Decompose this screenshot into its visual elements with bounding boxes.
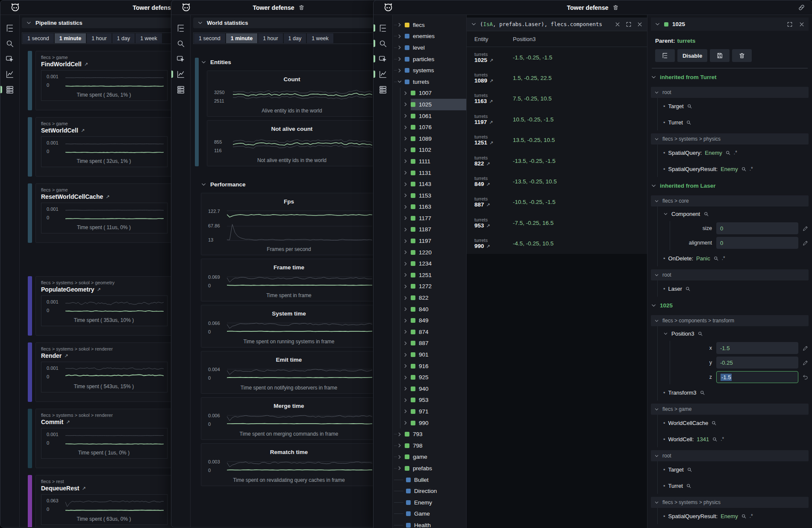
tree-node-Direction[interactable]: Direction: [393, 485, 466, 497]
expand-arrow-icon[interactable]: [403, 136, 408, 141]
tree-node-793[interactable]: 793: [393, 428, 466, 440]
tree-node-particles[interactable]: particles: [393, 53, 466, 65]
tree-node-1220[interactable]: 1220: [393, 247, 466, 258]
chevron-down-icon[interactable]: [655, 21, 660, 27]
expand-arrow-icon[interactable]: [397, 68, 402, 73]
parent-value-link[interactable]: turrets: [677, 38, 696, 44]
external-link-arrow[interactable]: ↗: [489, 99, 493, 104]
expand-arrow-icon[interactable]: [403, 261, 408, 266]
expand-arrow-icon[interactable]: [397, 34, 402, 39]
tab-1-week[interactable]: 1 week: [307, 33, 333, 43]
expand-arrow-icon[interactable]: [403, 386, 408, 391]
tree-node-1234[interactable]: 1234: [393, 258, 466, 269]
expand-arrow-icon[interactable]: [397, 432, 402, 437]
expand-arrow-icon[interactable]: [403, 409, 408, 414]
tree-node-1163[interactable]: 1163: [393, 201, 466, 213]
tab-1-hour[interactable]: 1 hour: [87, 33, 111, 43]
tree-node-game[interactable]: game: [393, 451, 466, 463]
tree-view-button[interactable]: [655, 49, 675, 62]
inspector-section-inherited-from-turret[interactable]: inherited from Turret: [651, 70, 809, 84]
magnifier-icon[interactable]: [712, 437, 718, 442]
link-icon[interactable]: [798, 4, 805, 11]
tree-node-925[interactable]: 925: [393, 372, 466, 383]
expand-arrow-icon[interactable]: [403, 284, 408, 289]
search-icon[interactable]: [176, 39, 185, 48]
magnifier-icon[interactable]: [686, 483, 691, 489]
system-stats-card[interactable]: flecs > systems > sokol > geometryPopula…: [35, 276, 173, 336]
magnifier-icon[interactable]: [711, 420, 717, 426]
stats-icon[interactable]: [176, 85, 185, 94]
expand-arrow-icon[interactable]: [403, 329, 408, 334]
external-link-arrow[interactable]: ↗: [486, 223, 490, 229]
tab-1-week[interactable]: 1 week: [135, 33, 162, 43]
tree-node-Enemy[interactable]: Enemy: [393, 497, 466, 508]
tree-node-916[interactable]: 916: [393, 360, 466, 372]
magnifier-icon[interactable]: [697, 331, 703, 336]
component-item-spatialqueryresult[interactable]: •SpatialQueryResult:Enemy.*: [663, 161, 809, 177]
tree-icon[interactable]: [378, 24, 388, 33]
tree-node-1111[interactable]: 1111: [393, 156, 466, 167]
component-path-bar[interactable]: flecs > systems > physics: [651, 497, 809, 508]
titlebar[interactable]: Tower defense: [171, 0, 386, 15]
component-item-turret[interactable]: •Turret: [663, 114, 809, 130]
tree-node-1089[interactable]: 1089: [393, 133, 466, 145]
query-result-row[interactable]: turrets990↗-4.5, -0.25, 10.5: [467, 233, 647, 254]
tree-node-Bullet[interactable]: Bullet: [393, 474, 466, 486]
magnifier-icon[interactable]: [741, 166, 747, 172]
chevron-down-icon[interactable]: [471, 21, 477, 27]
query-result-row[interactable]: turrets1089↗1.5, -0.25, 22.5: [467, 68, 647, 88]
component-item-ondelete[interactable]: •OnDelete:Panic.*: [663, 250, 809, 266]
system-stats-card[interactable]: flecs > gameResetWorldCellCache↗0.0010Ti…: [35, 183, 173, 243]
magnifier-icon[interactable]: [703, 211, 709, 217]
section-header[interactable]: Performance: [201, 179, 386, 189]
chevron-down-icon[interactable]: [663, 212, 668, 216]
tab-1-minute[interactable]: 1 minute: [226, 33, 257, 43]
tree-node-1025[interactable]: 1025: [393, 99, 466, 110]
pencil-icon[interactable]: [802, 240, 809, 246]
tree-node-1061[interactable]: 1061: [393, 110, 466, 122]
trash-icon[interactable]: [612, 4, 619, 11]
disable-button[interactable]: Disable: [677, 49, 707, 62]
expand-arrow-icon[interactable]: [403, 272, 408, 277]
stat-card[interactable]: Merge time0.0060Time spent on merging co…: [201, 397, 377, 440]
expand-arrow-icon[interactable]: [397, 45, 402, 50]
component-item-turret[interactable]: •Turret: [663, 478, 809, 494]
panel-header[interactable]: World statistics: [193, 18, 386, 28]
tree-node-840[interactable]: 840: [393, 304, 466, 315]
expand-arrow-icon[interactable]: [403, 352, 408, 357]
component-path-bar[interactable]: flecs > components > transform: [651, 315, 809, 326]
query-result-row[interactable]: turrets1025↗-1.5, -0.25, -1.5: [467, 47, 647, 68]
expand-arrow-icon[interactable]: [403, 398, 408, 403]
component-path-bar[interactable]: flecs > game: [651, 404, 809, 415]
tab-1-second[interactable]: 1 second: [194, 33, 225, 43]
query-icon[interactable]: [378, 54, 388, 64]
component-path-bar[interactable]: flecs > core: [651, 195, 809, 206]
tree-node-1076[interactable]: 1076: [393, 121, 466, 133]
magnifier-icon[interactable]: [725, 150, 731, 156]
entity-cell[interactable]: turrets849↗: [467, 176, 513, 187]
component-path-bar[interactable]: root: [651, 87, 809, 98]
external-link-arrow[interactable]: ↗: [486, 202, 490, 208]
tab-1-second[interactable]: 1 second: [23, 33, 54, 43]
entity-cell[interactable]: turrets1089↗: [467, 72, 513, 84]
query-result-row[interactable]: turrets953↗-7.5, -0.25, 16.5: [467, 212, 647, 233]
stat-card[interactable]: System time0.0660Time spent on running s…: [201, 305, 377, 348]
stat-card[interactable]: Emit time0.0040Time spent on notifying o…: [201, 351, 377, 394]
stat-card[interactable]: Rematch time0.0030Time spent on revalida…: [201, 443, 377, 486]
entity-cell[interactable]: turrets822↗: [467, 155, 513, 167]
expand-arrow-icon[interactable]: [403, 250, 408, 255]
field-input-z[interactable]: -1.5: [716, 371, 798, 383]
field-input-x[interactable]: -1.5: [716, 342, 798, 354]
field-input-alignment[interactable]: 0: [716, 237, 798, 249]
tree-node-Game[interactable]: Game: [393, 508, 466, 520]
entity-cell[interactable]: turrets1163↗: [467, 93, 513, 104]
tree-node-turrets[interactable]: turrets: [393, 76, 466, 88]
tree-node-1102[interactable]: 1102: [393, 145, 466, 156]
component-path-bar[interactable]: root: [651, 450, 809, 461]
query-result-row[interactable]: turrets849↗-13.5, -0.25, 10.5: [467, 171, 647, 192]
component-item-target[interactable]: •Target: [663, 98, 809, 114]
component-item-spatialqueryresult[interactable]: •SpatialQueryResult:Enemy.*: [663, 508, 809, 524]
tree-node-flecs[interactable]: flecs: [393, 19, 466, 31]
close-icon[interactable]: [799, 21, 805, 27]
expand-arrow-icon[interactable]: [403, 125, 408, 130]
